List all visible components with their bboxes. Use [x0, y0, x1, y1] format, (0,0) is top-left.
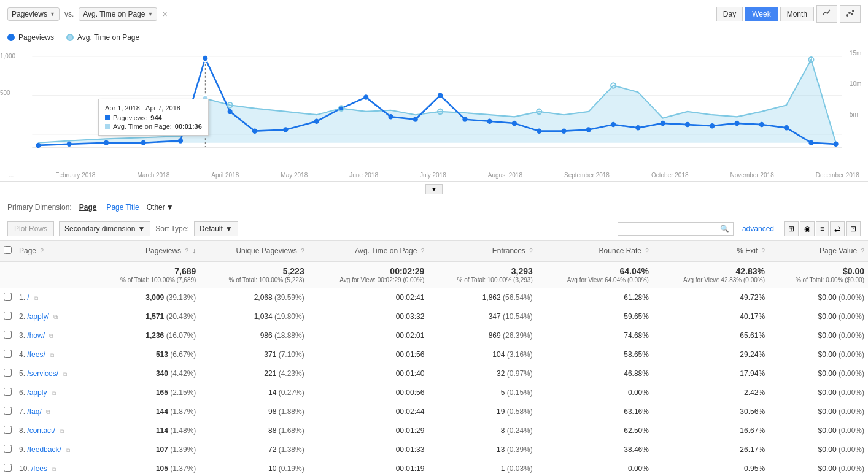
copy-icon-0[interactable]: ⧉	[34, 294, 38, 301]
unique-pageviews-column-header[interactable]: Unique Pageviews ?	[200, 241, 308, 262]
page-link-1[interactable]: /apply/	[27, 312, 48, 321]
row-entrances-0: 1,862 (56.54%)	[428, 288, 536, 307]
row-page-value-1: $0.00 (0.00%)	[769, 307, 868, 326]
pageviews-column-header[interactable]: Pageviews ? ↓	[91, 241, 200, 262]
tooltip-avgtime-row: Avg. Time on Page: 00:01:36	[105, 123, 202, 130]
table-row: 3. /how/ ⧉ 1,236 (16.07%) 986 (18.88%) 0…	[0, 326, 868, 345]
row-pct-exit-7: 16.67%	[653, 421, 769, 440]
row-page-value-0: $0.00 (0.00%)	[769, 288, 868, 307]
scroll-button[interactable]: ▼	[425, 184, 443, 194]
row-unique-pv-3: 371 (7.10%)	[200, 345, 308, 364]
copy-icon-6[interactable]: ⧉	[46, 409, 50, 415]
day-button[interactable]: Day	[716, 7, 743, 21]
page-link-2[interactable]: /how/	[27, 331, 45, 340]
row-avg-time-8: 00:01:33	[308, 440, 428, 459]
svg-point-38	[834, 142, 839, 147]
entrances-help-icon[interactable]: ?	[529, 248, 533, 255]
copy-icon-9[interactable]: ⧉	[52, 466, 56, 472]
row-pct-exit-2: 65.61%	[653, 326, 769, 345]
secondary-dimension-dropdown[interactable]: Secondary dimension ▼	[59, 221, 150, 236]
bounce-rate-column-header[interactable]: Bounce Rate ?	[537, 241, 653, 262]
scatter-chart-button[interactable]	[840, 5, 861, 23]
pageviews-help-icon[interactable]: ?	[185, 248, 188, 255]
table-controls: Plot Rows Secondary dimension ▼ Sort Typ…	[0, 218, 868, 240]
svg-point-23	[462, 117, 467, 121]
sort-arrow-icon: ▼	[225, 225, 233, 233]
week-button[interactable]: Week	[745, 7, 777, 21]
metric2-selector[interactable]: Avg. Time on Page ▼	[79, 7, 157, 21]
pivot-view-button[interactable]: ⊡	[846, 221, 861, 236]
search-box[interactable]: 🔍	[618, 222, 734, 236]
row-checkbox-4[interactable]	[0, 364, 15, 383]
close-comparison-button[interactable]: ×	[162, 9, 167, 19]
row-checkbox-3[interactable]	[0, 345, 15, 364]
row-bounce-rate-3: 58.65%	[537, 345, 653, 364]
row-checkbox-1[interactable]	[0, 307, 15, 326]
metric1-label: Pageviews	[12, 10, 47, 18]
row-avg-time-0: 00:02:41	[308, 288, 428, 307]
row-checkbox-2[interactable]	[0, 326, 15, 345]
entrances-column-header[interactable]: Entrances ?	[428, 241, 536, 262]
copy-icon-5[interactable]: ⧉	[52, 390, 56, 396]
pct-exit-column-header[interactable]: % Exit ?	[653, 241, 769, 262]
page-help-icon[interactable]: ?	[40, 248, 44, 255]
row-checkbox-5[interactable]	[0, 383, 15, 402]
page-link-3[interactable]: /fees/	[27, 350, 45, 359]
other-dimension-button[interactable]: Other ▼	[147, 203, 174, 212]
row-unique-pv-9: 10 (0.19%)	[200, 459, 308, 477]
svg-point-36	[784, 125, 789, 130]
page-link-5[interactable]: /apply	[27, 388, 47, 397]
copy-icon-1[interactable]: ⧉	[53, 313, 58, 320]
copy-icon-2[interactable]: ⧉	[49, 332, 53, 339]
page-value-help-icon[interactable]: ?	[861, 248, 864, 255]
copy-icon-4[interactable]: ⧉	[63, 370, 67, 377]
grid-view-button[interactable]: ⊞	[784, 221, 799, 236]
unique-pv-help-icon[interactable]: ?	[301, 248, 304, 255]
avg-time-column-header[interactable]: Avg. Time on Page ?	[308, 241, 428, 262]
select-all-checkbox[interactable]	[0, 241, 15, 262]
page-value-column-header[interactable]: Page Value ?	[769, 241, 868, 262]
month-button[interactable]: Month	[780, 7, 814, 21]
page-link-8[interactable]: /feedback/	[27, 445, 61, 454]
copy-icon-3[interactable]: ⧉	[50, 351, 54, 358]
line-chart-button[interactable]	[816, 5, 837, 23]
page-link-9[interactable]: /fees	[31, 464, 47, 473]
search-input[interactable]	[622, 225, 720, 233]
advanced-link[interactable]: advanced	[742, 225, 774, 233]
list-view-button[interactable]: ≡	[816, 221, 829, 236]
row-checkbox-7[interactable]	[0, 421, 15, 440]
metric2-label: Avg. Time on Page	[83, 10, 145, 18]
row-pageviews-5: 165 (2.15%)	[91, 383, 200, 402]
page-link-7[interactable]: /contact/	[27, 426, 55, 435]
pie-view-button[interactable]: ◉	[800, 221, 815, 236]
row-checkbox-9[interactable]	[0, 459, 15, 477]
search-icon[interactable]: 🔍	[720, 225, 729, 233]
summary-page-cell	[15, 261, 91, 288]
copy-icon-8[interactable]: ⧉	[66, 447, 70, 453]
svg-point-14	[228, 109, 233, 114]
row-unique-pv-7: 88 (1.68%)	[200, 421, 308, 440]
tooltip-title: Apr 1, 2018 - Apr 7, 2018	[105, 104, 202, 112]
pageviews-sort-icon: ↓	[192, 247, 196, 255]
pct-exit-help-icon[interactable]: ?	[762, 248, 765, 255]
svg-point-20	[388, 114, 393, 119]
avg-time-help-icon[interactable]: ?	[421, 248, 425, 255]
summary-pct-exit-cell: 42.83% Avg for View: 42.83% (0.00%)	[653, 261, 769, 288]
bounce-rate-help-icon[interactable]: ?	[645, 248, 649, 255]
plot-rows-button[interactable]: Plot Rows	[7, 221, 54, 236]
compare-view-button[interactable]: ⇄	[830, 221, 845, 236]
row-checkbox-6[interactable]	[0, 402, 15, 421]
copy-icon-7[interactable]: ⧉	[60, 428, 64, 434]
page-title-dimension-button[interactable]: Page Title	[104, 202, 141, 213]
page-link-4[interactable]: /services/	[27, 369, 58, 378]
table-row: 7. /faq/ ⧉ 144 (1.87%) 98 (1.88%) 00:02:…	[0, 402, 868, 421]
metric1-selector[interactable]: Pageviews ▼	[7, 7, 60, 21]
svg-point-0	[846, 14, 848, 17]
page-link-6[interactable]: /faq/	[27, 407, 41, 416]
page-link-0[interactable]: /	[27, 293, 29, 302]
page-dimension-button[interactable]: Page	[77, 202, 99, 213]
row-checkbox-0[interactable]	[0, 288, 15, 307]
sort-type-dropdown[interactable]: Default ▼	[194, 221, 238, 236]
row-checkbox-8[interactable]	[0, 440, 15, 459]
row-entrances-2: 869 (26.39%)	[428, 326, 536, 345]
